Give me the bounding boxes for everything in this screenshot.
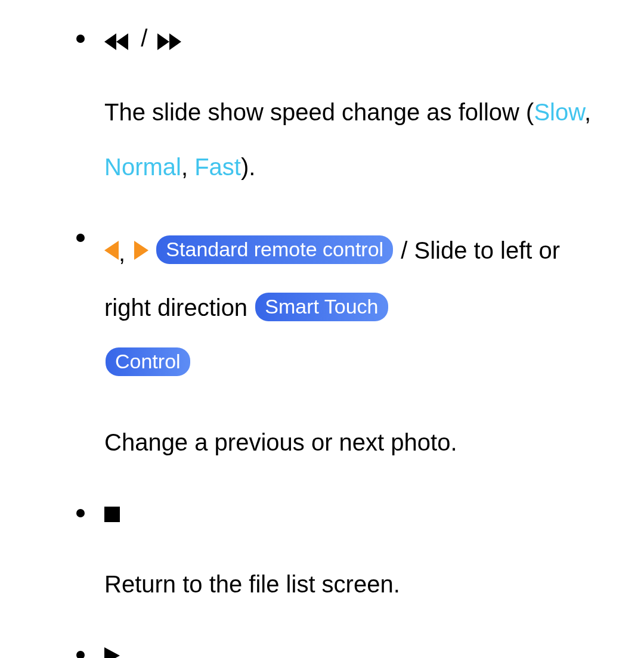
item-head-stop (104, 498, 608, 527)
speed-fast: Fast (194, 154, 241, 180)
item-head-speed: / (104, 24, 608, 55)
item-desc-stop: Return to the file list screen. (104, 557, 608, 612)
arrow-separator: , (119, 240, 134, 266)
badge-standard-remote: Standard remote control (156, 235, 393, 264)
right-arrow-icon (134, 241, 148, 260)
desc-text: ). (241, 154, 255, 180)
left-arrow-icon (104, 241, 119, 260)
item-head-nav: , Standard remote control / Slide to lef… (104, 223, 608, 390)
badge-smart-touch-a: Smart Touch (255, 293, 388, 321)
item-head-play (104, 640, 608, 658)
list-item: Return to the file list screen. (24, 498, 608, 612)
item-desc-nav: Change a previous or next photo. (104, 415, 608, 470)
desc-sep: , (584, 99, 591, 125)
list-item: Start the slide show. (24, 640, 608, 658)
slash-separator: / (137, 25, 151, 51)
list-item: , Standard remote control / Slide to lef… (24, 223, 608, 470)
speed-slow: Slow (534, 99, 584, 125)
item-desc-speed: The slide show speed change as follow (S… (104, 85, 608, 194)
stop-icon (104, 507, 120, 522)
fast-forward-icon (157, 33, 184, 50)
document-page: / The slide show speed change as follow … (0, 0, 644, 658)
list-item: / The slide show speed change as follow … (24, 24, 608, 194)
desc-text: The slide show speed change as follow ( (104, 99, 534, 125)
speed-normal: Normal (104, 154, 181, 180)
slash-text: / (394, 237, 414, 263)
rewind-icon (104, 33, 131, 50)
desc-sep: , (181, 154, 194, 180)
play-icon (104, 647, 120, 658)
instruction-list: / The slide show speed change as follow … (24, 24, 608, 658)
badge-smart-touch-b: Control (106, 347, 190, 376)
